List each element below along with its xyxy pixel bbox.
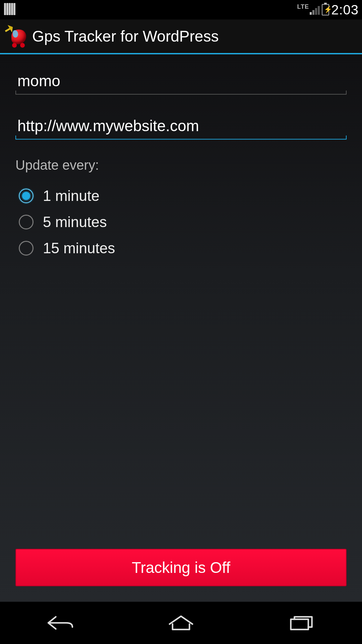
input-underline-focused	[15, 139, 347, 144]
radio-icon	[19, 241, 34, 256]
interval-option-5min[interactable]: 5 minutes	[15, 209, 347, 235]
url-input[interactable]	[15, 113, 347, 139]
back-icon	[45, 613, 75, 633]
interval-option-label: 1 minute	[43, 187, 100, 204]
radio-icon	[19, 189, 34, 203]
status-bar: LTE ⚡ 2:03	[0, 0, 362, 19]
nav-back-button[interactable]	[34, 611, 87, 635]
svg-rect-0	[291, 619, 308, 630]
app-title: Gps Tracker for WordPress	[32, 27, 219, 45]
nav-recents-button[interactable]	[275, 611, 328, 635]
action-bar: Gps Tracker for WordPress	[0, 19, 362, 54]
nav-bar	[0, 602, 362, 644]
battery-charging-icon: ⚡	[322, 4, 329, 15]
name-field-wrap	[15, 68, 347, 99]
name-input[interactable]	[15, 68, 347, 94]
interval-option-1min[interactable]: 1 minute	[15, 183, 347, 209]
url-field-wrap	[15, 113, 347, 144]
interval-option-label: 5 minutes	[43, 214, 107, 230]
tracking-toggle-label: Tracking is Off	[132, 558, 230, 577]
status-clock: 2:03	[331, 2, 359, 17]
app-icon	[5, 25, 27, 47]
recents-icon	[287, 613, 317, 633]
home-icon	[166, 613, 196, 633]
interval-option-label: 15 minutes	[43, 240, 115, 257]
app-content: Update every: 1 minute 5 minutes 15 minu…	[0, 54, 362, 602]
update-every-label: Update every:	[15, 158, 347, 173]
input-underline	[15, 94, 347, 99]
signal-strength-icon	[310, 5, 320, 15]
interval-option-15min[interactable]: 15 minutes	[15, 235, 347, 261]
sim-card-icon	[3, 3, 16, 16]
nav-home-button[interactable]	[154, 611, 208, 635]
network-type-label: LTE	[297, 3, 309, 10]
status-left	[3, 3, 16, 16]
radio-icon	[19, 215, 34, 229]
status-right: LTE ⚡ 2:03	[297, 2, 359, 17]
tracking-toggle-button[interactable]: Tracking is Off	[15, 549, 347, 586]
